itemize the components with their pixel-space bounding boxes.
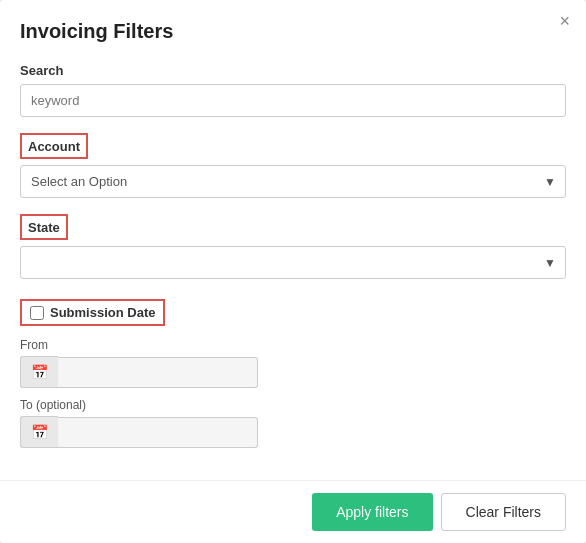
account-select[interactable]: Select an Option (20, 165, 566, 198)
to-calendar-button[interactable]: 📅 (20, 416, 58, 448)
search-label: Search (20, 63, 566, 78)
submission-date-checkbox[interactable] (30, 306, 44, 320)
state-label: State (28, 220, 60, 235)
close-button[interactable]: × (559, 12, 570, 30)
submission-date-label: Submission Date (50, 305, 155, 320)
search-input[interactable] (20, 84, 566, 117)
to-date-group: To (optional) 📅 (20, 398, 566, 448)
search-section: Search (20, 63, 566, 117)
to-label: To (optional) (20, 398, 566, 412)
calendar-icon-to: 📅 (31, 424, 48, 440)
account-section: Account Select an Option ▼ (20, 133, 566, 198)
from-calendar-button[interactable]: 📅 (20, 356, 58, 388)
submission-date-label-box: Submission Date (20, 299, 165, 326)
account-label-box: Account (20, 133, 88, 159)
apply-filters-button[interactable]: Apply filters (312, 493, 432, 531)
from-label: From (20, 338, 566, 352)
account-label: Account (28, 139, 80, 154)
modal-container: × Invoicing Filters Search Account Selec… (0, 0, 586, 543)
account-select-wrapper: Select an Option ▼ (20, 165, 566, 198)
from-date-input[interactable] (58, 357, 258, 388)
state-label-box: State (20, 214, 68, 240)
state-select[interactable] (20, 246, 566, 279)
to-date-row: 📅 (20, 416, 566, 448)
submission-date-section: Submission Date From 📅 To (optional) 📅 (20, 299, 566, 448)
from-date-group: From 📅 (20, 338, 566, 388)
calendar-icon: 📅 (31, 364, 48, 380)
to-date-input[interactable] (58, 417, 258, 448)
state-select-wrapper: ▼ (20, 246, 566, 279)
from-date-row: 📅 (20, 356, 566, 388)
modal-title: Invoicing Filters (20, 20, 566, 43)
modal-footer: Apply filters Clear Filters (0, 480, 586, 543)
clear-filters-button[interactable]: Clear Filters (441, 493, 566, 531)
state-section: State ▼ (20, 214, 566, 279)
